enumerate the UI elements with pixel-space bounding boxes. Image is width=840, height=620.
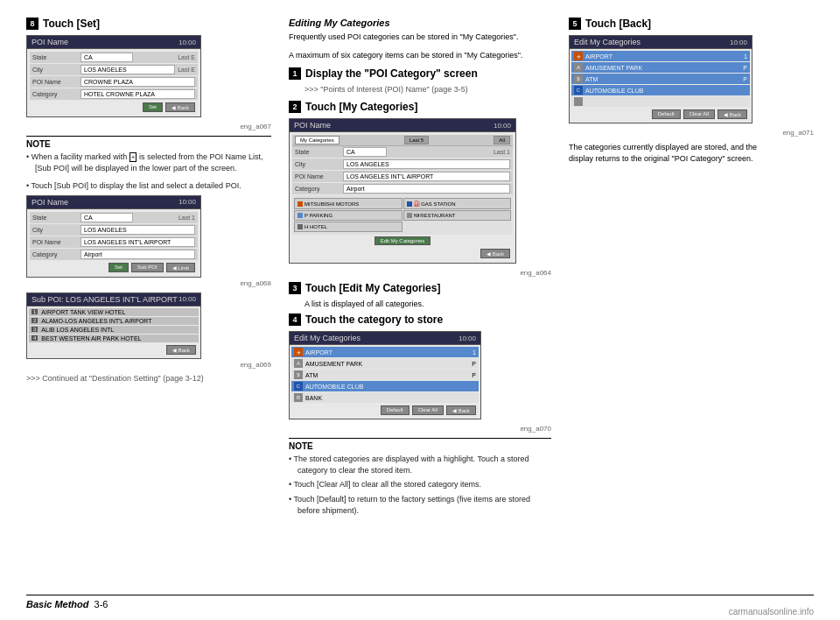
step2-title: Touch [My Categories]	[305, 101, 417, 113]
caption-step5: eng_a071	[569, 129, 814, 137]
step8-title: Touch [Set]	[43, 18, 100, 30]
step2-header: 2 Touch [My Categories]	[289, 101, 551, 113]
screen-row-cat2: Category Airport	[30, 249, 198, 260]
editing-title: Editing My Categories	[289, 18, 551, 28]
edit-cat-atm[interactable]: $ ATM P	[291, 370, 479, 380]
caption2: eng_a068	[26, 279, 271, 287]
edit-my-cat-btn[interactable]: Edit My Categories	[374, 236, 431, 245]
tab-last5[interactable]: Last 5	[404, 136, 429, 144]
screen-poi-sub1: POI Name 10:00 State CA Last 1 City LOS …	[26, 195, 201, 278]
category-grid: MITSUBISHI MOTORS ⛽ GAS STATION P PARKIN…	[294, 198, 511, 232]
screen-edit-categories: Edit My Categories 10:00 ✈ AIRPORT 1 A A…	[289, 331, 481, 419]
continued-text: >>> Continued at "Destination Setting" (…	[26, 374, 271, 383]
default-btn[interactable]: Default	[381, 405, 410, 415]
screen-my-categories: POI Name 10:00 My Categories Last 5 All …	[289, 118, 516, 264]
screen-header-sub1: POI Name 10:00	[27, 196, 200, 209]
tab-all[interactable]: All	[494, 136, 510, 144]
note-content-1: When a facility marked with + is selecte…	[26, 151, 271, 173]
caption-step2: eng_a064	[289, 269, 551, 277]
edit-cat-amusement[interactable]: A AMUSEMENT PARK P	[291, 358, 479, 369]
step4-header: 4 Touch the category to store	[289, 314, 551, 326]
step3-title: Touch [Edit My Categories]	[305, 282, 440, 294]
screen-body: State CA Last E City LOS ANGELES Last E …	[27, 49, 200, 116]
clear-all-btn-final[interactable]: Clear All	[683, 109, 715, 119]
final-cat-autoclub[interactable]: C AUTOMOBILE CLUB	[571, 85, 750, 95]
mid-column: Editing My Categories Frequently used PO…	[289, 18, 569, 602]
note-content-2: The stored categories are displayed with…	[289, 454, 551, 516]
back-btn-final[interactable]: ◀ Back	[718, 109, 747, 119]
step8-number: 8	[26, 18, 38, 30]
final-cat-atm[interactable]: $ ATM P	[571, 74, 750, 84]
back-btn-mycats[interactable]: ◀ Back	[480, 249, 510, 258]
back-btn-edit[interactable]: ◀ Back	[446, 405, 476, 415]
cat-hotel[interactable]: H HOTEL	[294, 222, 402, 232]
default-btn-final[interactable]: Default	[652, 109, 681, 119]
step5-title: Touch [Back]	[585, 18, 651, 30]
step3-header: 3 Touch [Edit My Categories]	[289, 282, 551, 294]
right-column: 5 Touch [Back] Edit My Categories 10:00 …	[569, 18, 814, 602]
back-btn-subpoi[interactable]: ◀ Back	[166, 345, 196, 355]
screen-buttons: Set ◀ Back	[30, 101, 198, 114]
step8-header: 8 Touch [Set]	[26, 18, 271, 30]
tab-my-categories[interactable]: My Categories	[295, 136, 340, 144]
step1-number: 1	[289, 67, 301, 80]
screen-row-city: City LOS ANGELES Last E	[30, 64, 198, 75]
screen-row-category: Category HOTEL CROWNE PLAZA	[30, 88, 198, 100]
set-button[interactable]: Set	[143, 102, 163, 112]
note-box-2: NOTE The stored categories are displayed…	[289, 438, 551, 516]
final-cat-airport[interactable]: ✈ AIRPORT 1	[571, 51, 750, 61]
step5-desc: The categories currently displayed are s…	[569, 142, 761, 164]
footer-title: Basic Method	[26, 599, 89, 609]
step4-number: 4	[289, 314, 301, 326]
limit-btn[interactable]: ◀ Limit	[166, 263, 195, 272]
screen-row-state: State CA Last E	[30, 52, 198, 63]
screen-subpoi-list: Sub POI: LOS ANGELES INT'L AIRPORT 10:00…	[26, 292, 201, 359]
screen-row-city2: City LOS ANGELES	[30, 224, 198, 236]
subpoi-item4: 4 BEST WESTERN AIR PARK HOTEL	[29, 335, 199, 342]
set-btn2[interactable]: Set	[108, 263, 129, 272]
editing-desc1: Frequently used POI categories can be st…	[289, 32, 551, 43]
caption-step4: eng_a070	[289, 425, 551, 433]
cat-mitsubishi[interactable]: MITSUBISHI MOTORS	[294, 198, 402, 209]
edit-cat-autoclub[interactable]: C AUTOMOBILE CLUB	[291, 381, 479, 391]
page-footer: Basic Method 3-6	[26, 595, 814, 609]
note-title-2: NOTE	[289, 441, 551, 451]
edit-cat-airport[interactable]: ✈ AIRPORT 1	[291, 347, 479, 357]
step1-header: 1 Display the "POI Category" screen	[289, 67, 551, 80]
step2-number: 2	[289, 101, 301, 113]
subpoi-btn[interactable]: Sub POI	[131, 263, 164, 272]
left-column: 8 Touch [Set] POI Name 10:00 State CA La…	[26, 18, 289, 602]
caption3: eng_a069	[26, 361, 271, 369]
final-cat-amusement[interactable]: A AMUSEMENT PARK P	[571, 62, 750, 73]
cat-parking[interactable]: P PARKING	[294, 210, 402, 221]
step3-desc: A list is displayed of all categories.	[289, 299, 551, 308]
screen-row-poiname: POI Name CROWNE PLAZA	[30, 76, 198, 88]
note-title-1: NOTE	[26, 139, 271, 149]
step3-number: 3	[289, 282, 301, 294]
footer-page: 3-6	[94, 599, 108, 609]
subpoi-item2: 2 ALAMO-LOS ANGELES INT'L AIRPORT	[29, 317, 199, 325]
caption1: eng_a067	[26, 123, 271, 130]
final-cat-empty[interactable]	[571, 96, 750, 107]
subpoi-item1: 1 AIRPORT TANK VIEW HOTEL	[29, 308, 199, 316]
screen-edit-categories-final: Edit My Categories 10:00 ✈ AIRPORT 1 A A…	[569, 35, 752, 123]
screen-row-state2: State CA Last 1	[30, 212, 198, 223]
step5-header: 5 Touch [Back]	[569, 18, 814, 30]
cat-gas-station[interactable]: ⛽ GAS STATION	[403, 198, 512, 209]
step5-number: 5	[569, 18, 581, 30]
watermark: carmanualsonline.info	[729, 607, 814, 616]
screen-header: POI Name 10:00	[27, 36, 200, 49]
back-button[interactable]: ◀ Back	[165, 102, 195, 112]
screen-poi-name: POI Name 10:00 State CA Last E City LOS …	[26, 35, 201, 117]
step4-title: Touch the category to store	[305, 314, 443, 326]
editing-desc2: A maximum of six category items can be s…	[289, 50, 551, 61]
clear-all-btn[interactable]: Clear All	[412, 405, 444, 415]
step1-title: Display the "POI Category" screen	[305, 67, 478, 80]
cat-restaurant[interactable]: 🍽 RESTAURANT	[403, 210, 512, 221]
subpoi-item3: 3 ALIB LOS ANGELES INTL	[29, 326, 199, 334]
edit-cat-bank[interactable]: B BANK	[291, 392, 479, 403]
note-box-1: NOTE When a facility marked with + is se…	[26, 136, 271, 173]
screen-row-poiname2: POI Name LOS ANGELES INT'L AIRPORT	[30, 236, 198, 248]
step1-sub: >>> "Points of Interest (POI) Name" (pag…	[289, 85, 551, 94]
